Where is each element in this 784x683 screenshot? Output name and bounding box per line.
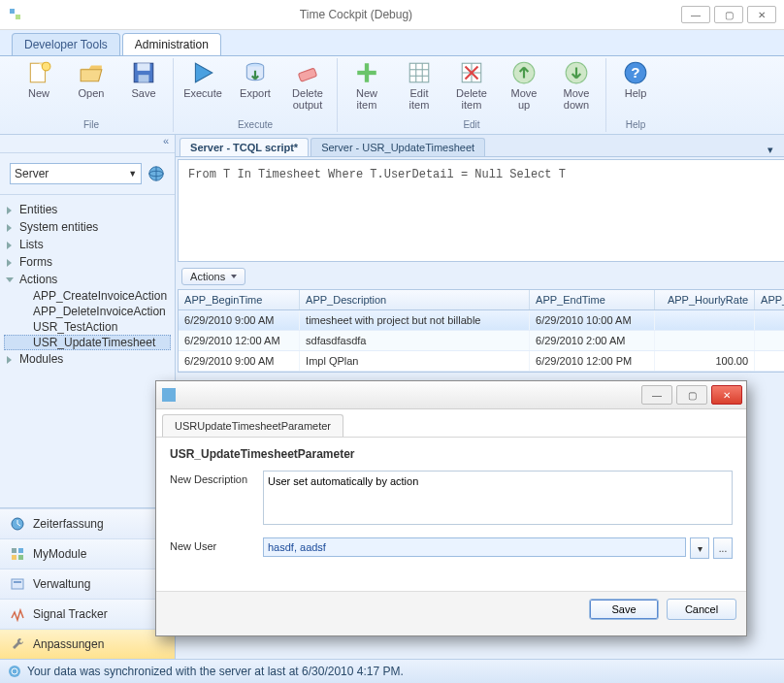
tree-modules[interactable]: Modules	[4, 350, 171, 368]
sync-icon	[8, 665, 21, 678]
ribbon-group-label-help: Help	[626, 119, 646, 132]
nav-anpassungen[interactable]: Anpassungen	[0, 629, 175, 659]
new-button[interactable]: New	[17, 60, 60, 99]
ribbon-group-label-edit: Edit	[463, 119, 479, 132]
grid-icon	[407, 60, 432, 85]
delete-item-button[interactable]: Delete item	[450, 60, 493, 111]
status-text: Your data was synchronized with the serv…	[27, 665, 404, 678]
doctab-pin[interactable]: ▾	[762, 144, 779, 156]
col-description[interactable]: APP_Description	[300, 290, 530, 309]
doctab-close[interactable]: ✕	[779, 144, 784, 156]
ribbon-group-help: ?Help Help	[606, 58, 665, 132]
delete-output-button[interactable]: Delete output	[286, 60, 329, 111]
svg-rect-30	[12, 555, 16, 560]
table-row[interactable]: 6/29/2010 12:00 AM sdfasdfasdfa 6/29/201…	[179, 331, 784, 351]
connection-select[interactable]: Server▼	[10, 163, 142, 184]
window-title: Time Cockpit (Debug)	[31, 8, 681, 21]
tree-system-entities[interactable]: System entities	[4, 218, 171, 236]
tree-lists[interactable]: Lists	[4, 236, 171, 253]
new-user-field[interactable]	[263, 537, 686, 557]
arrow-up-icon	[511, 60, 537, 85]
ribbon-group-file: New Open Save File	[10, 58, 174, 132]
svg-rect-11	[409, 63, 429, 82]
dialog-titlebar[interactable]: — ▢ ✕	[156, 381, 746, 409]
dialog-close[interactable]: ✕	[711, 385, 742, 405]
svg-text:?: ?	[631, 64, 639, 81]
svg-rect-5	[139, 75, 149, 82]
actions-dropdown[interactable]: Actions	[181, 268, 245, 285]
plus-icon	[354, 60, 379, 85]
dialog-maximize[interactable]: ▢	[676, 385, 707, 405]
tree-action-testaction[interactable]: USR_TestAction	[4, 319, 171, 335]
execute-button[interactable]: Execute	[181, 60, 224, 99]
col-extra[interactable]: APP_H	[755, 290, 784, 309]
dialog-cancel-button[interactable]: Cancel	[667, 599, 736, 620]
nav-blocks: Zeiterfassung MyModule Verwaltung Signal…	[0, 507, 175, 659]
new-item-button[interactable]: New item	[345, 60, 388, 111]
statusbar: Your data was synchronized with the serv…	[0, 659, 784, 683]
move-up-button[interactable]: Move up	[503, 60, 545, 111]
tab-developer-tools[interactable]: Developer Tools	[12, 33, 120, 55]
code-editor[interactable]: From T In Timesheet Where T.UserDetail =…	[178, 159, 784, 262]
col-hourlyrate[interactable]: APP_HourlyRate	[655, 290, 755, 309]
open-button[interactable]: Open	[70, 60, 113, 99]
combo-browse-button[interactable]: ...	[713, 537, 733, 559]
label-new-description: New Description	[170, 471, 263, 528]
svg-rect-32	[12, 579, 23, 589]
signal-icon	[10, 606, 25, 622]
clock-icon	[10, 516, 25, 532]
ribbon-group-edit: New item Edit item Delete item Move up M…	[338, 58, 606, 132]
svg-rect-10	[357, 71, 376, 75]
module-icon	[10, 546, 25, 562]
export-icon	[243, 60, 268, 85]
col-begintime[interactable]: APP_BeginTime	[179, 290, 300, 309]
new-description-field[interactable]: User set automatically by action	[263, 471, 733, 525]
titlebar: Time Cockpit (Debug) — ▢ ✕	[0, 0, 784, 30]
combo-dropdown-button[interactable]: ▾	[690, 537, 709, 559]
arrow-down-icon	[564, 60, 589, 85]
minimize-button[interactable]: —	[681, 6, 710, 23]
globe-icon[interactable]	[147, 165, 165, 182]
svg-marker-6	[195, 63, 212, 82]
tree: Entities System entities Lists Forms Act…	[0, 195, 175, 507]
col-endtime[interactable]: APP_EndTime	[530, 290, 655, 309]
nav-zeiterfassung[interactable]: Zeiterfassung	[0, 508, 175, 538]
svg-rect-31	[18, 555, 23, 560]
admin-icon	[10, 576, 25, 592]
tree-entities[interactable]: Entities	[4, 201, 171, 218]
dialog-tab[interactable]: USRUpdateTimesheetParameter	[162, 414, 343, 437]
doctab-tcql-script[interactable]: Server - TCQL script*	[180, 138, 309, 156]
dialog-save-button[interactable]: Save	[589, 599, 659, 620]
edit-item-button[interactable]: Edit item	[398, 60, 441, 111]
save-button[interactable]: Save	[122, 60, 165, 99]
nav-verwaltung[interactable]: Verwaltung	[0, 569, 175, 599]
table-row[interactable]: 6/29/2010 9:00 AM Impl QPlan 6/29/2010 1…	[179, 351, 784, 372]
table-row[interactable]: 6/29/2010 9:00 AM timesheet with project…	[179, 310, 784, 331]
maximize-button[interactable]: ▢	[714, 6, 743, 23]
svg-rect-4	[138, 63, 150, 71]
svg-rect-28	[12, 548, 16, 553]
dialog-minimize[interactable]: —	[641, 385, 672, 405]
help-button[interactable]: ?Help	[614, 60, 657, 99]
tree-forms[interactable]: Forms	[4, 253, 171, 271]
export-button[interactable]: Export	[234, 60, 277, 99]
ribbon-group-execute: Execute Export Delete output Execute	[174, 58, 338, 132]
dialog-icon	[162, 388, 176, 402]
open-icon	[79, 60, 104, 85]
nav-signal-tracker[interactable]: Signal Tracker	[0, 599, 175, 629]
tree-actions[interactable]: Actions	[4, 271, 171, 288]
dialog-updatetimesheet-parameter: — ▢ ✕ USRUpdateTimesheetParameter USR_Up…	[155, 380, 747, 636]
grid-x-icon	[459, 60, 484, 85]
close-button[interactable]: ✕	[747, 6, 776, 23]
move-down-button[interactable]: Move down	[555, 60, 598, 111]
tree-action-createinvoice[interactable]: APP_CreateInvoiceAction	[4, 288, 171, 304]
save-icon	[131, 60, 156, 85]
nav-mymodule[interactable]: MyModule	[0, 538, 175, 569]
app-icon	[8, 7, 23, 22]
doctab-updatetimesheet[interactable]: Server - USR_UpdateTimesheet	[310, 138, 485, 156]
tree-action-updatetimesheet[interactable]: USR_UpdateTimesheet	[4, 335, 171, 350]
tree-action-deleteinvoice[interactable]: APP_DeleteInvoiceAction	[4, 304, 171, 319]
svg-point-2	[42, 62, 50, 71]
sidebar-collapse[interactable]: «	[0, 135, 175, 153]
tab-administration[interactable]: Administration	[122, 33, 221, 55]
